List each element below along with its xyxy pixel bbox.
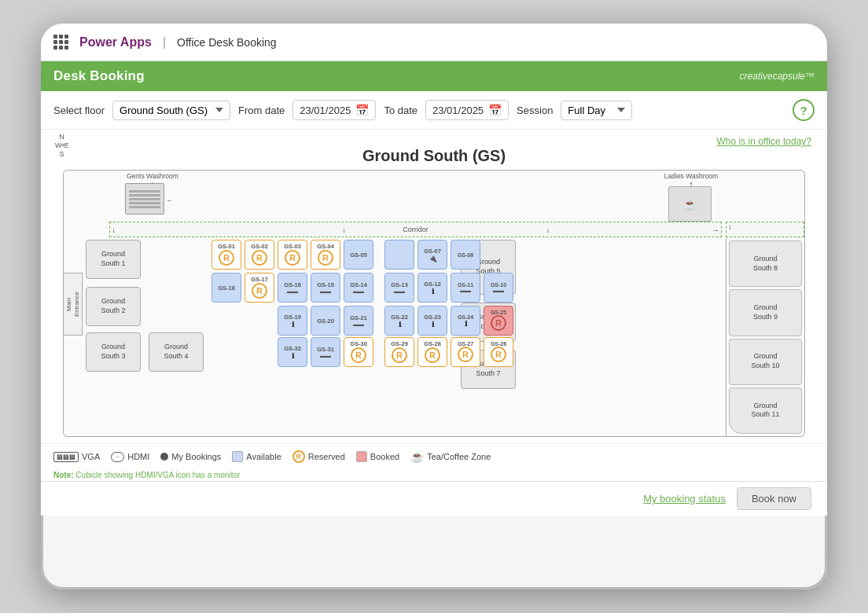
app-title: Desk Booking xyxy=(53,68,145,84)
legend: ▤▤▤ VGA ⏤ HDMI My Bookings Available R R… xyxy=(41,443,827,469)
reserved-circle: R xyxy=(292,450,305,463)
legend-tea: ☕ Tea/Coffee Zone xyxy=(410,450,491,463)
floor-plan-area: Who is in office today? NW+ES Ground Sou… xyxy=(41,130,827,443)
tea-icon: ☕ xyxy=(410,450,424,463)
desk-gs27[interactable]: GS-27 R xyxy=(451,337,480,367)
bottom-bar: My booking status Book now xyxy=(41,481,827,516)
desk-gs01[interactable]: GS-01 R xyxy=(211,240,241,270)
room-gs2: GroundSouth 2 xyxy=(86,287,141,326)
top-bar: Power Apps | Office Desk Booking xyxy=(41,24,827,61)
desk-gs10[interactable]: GS-10 ▬▬ xyxy=(484,273,513,303)
session-select[interactable]: Full Day Morning Afternoon xyxy=(561,101,632,120)
booked-box xyxy=(356,451,367,462)
controls-bar: Select floor Ground South (GS) From date… xyxy=(41,91,827,130)
to-date-input[interactable]: 23/01/2025 📅 xyxy=(425,100,509,120)
room-gs10: GroundSouth 10 xyxy=(729,339,802,385)
floor-title: Ground South (GS) xyxy=(53,147,815,165)
desk-gs21[interactable]: GS-21 ▬▬ xyxy=(344,306,373,336)
legend-vga: ▤▤▤ VGA xyxy=(53,452,100,462)
floor-label: Select floor xyxy=(53,105,105,116)
reserved-label: Reserved xyxy=(308,452,345,461)
my-booking-status-link[interactable]: My booking status xyxy=(643,493,726,505)
note-label: Note: xyxy=(53,471,74,479)
desk-gs07[interactable]: GS-07 🔌 xyxy=(417,240,447,270)
tablet-frame: Power Apps | Office Desk Booking Desk Bo… xyxy=(41,24,827,589)
legend-note: Note: Cubicle showing HDMI/VGA icon has … xyxy=(41,469,827,481)
desk-gs28[interactable]: GS-28 R xyxy=(417,337,447,367)
desk-gs26[interactable]: GS-26 R xyxy=(484,337,513,367)
desk-gs03[interactable]: GS-03 R xyxy=(278,240,307,270)
desk-gs08[interactable]: GS-08 xyxy=(451,240,480,270)
desk-gs05[interactable]: GS-05 xyxy=(344,240,373,270)
desk-gs14[interactable]: GS-14 ▬▬ xyxy=(344,273,373,303)
note-text: Cubicle showing HDMI/VGA icon has a moni… xyxy=(75,471,240,479)
my-bookings-dot xyxy=(160,453,168,461)
desk-gs17[interactable]: GS-17 R xyxy=(245,273,274,303)
my-bookings-label: My Bookings xyxy=(171,452,221,461)
separator: | xyxy=(163,35,166,50)
tea-label: Tea/Coffee Zone xyxy=(427,452,491,461)
calendar-icon-to: 📅 xyxy=(488,104,502,116)
desk-gs04[interactable]: GS-04 R xyxy=(311,240,340,270)
who-in-office-link[interactable]: Who is in office today? xyxy=(716,136,811,147)
room-gs9: GroundSouth 9 xyxy=(729,289,802,336)
desk-gs13[interactable]: GS-13 ▬▬ xyxy=(384,273,414,303)
desk-gs24[interactable]: GS-24 ℹ xyxy=(451,306,480,336)
grid-icon xyxy=(53,35,68,50)
desk-gs22[interactable]: GS-22 ℹ xyxy=(384,306,414,336)
desk-gs19[interactable]: GS-19 ℹ xyxy=(278,306,307,336)
brand-label: creativecapsule™ xyxy=(740,71,815,82)
gents-washroom-label: Gents Washroom xyxy=(127,172,178,180)
from-date-value: 23/01/2025 xyxy=(300,105,351,116)
to-date-label: To date xyxy=(384,105,417,116)
hdmi-label: HDMI xyxy=(127,452,149,461)
desk-gs31[interactable]: GS-31 ▬▬ xyxy=(311,337,340,367)
vga-icon: ▤▤▤ xyxy=(53,452,79,462)
desk-gs23[interactable]: GS-23 ℹ xyxy=(417,306,447,336)
power-apps-label: Power Apps xyxy=(79,35,152,50)
session-label: Session xyxy=(517,105,553,116)
main-entrance: MainEntrance xyxy=(64,241,83,367)
available-box xyxy=(232,451,243,462)
book-now-button[interactable]: Book now xyxy=(737,487,811,510)
legend-my-bookings: My Bookings xyxy=(160,452,221,461)
corridor: Corridor ↓ ↓ ↓ → xyxy=(109,222,722,237)
desk-gs15[interactable]: GS-15 ▬▬ xyxy=(311,273,340,303)
room-gs8: GroundSouth 8 xyxy=(729,240,802,287)
desk-gs25[interactable]: GS-25 R xyxy=(484,306,513,336)
legend-available: Available xyxy=(232,451,281,462)
to-date-value: 23/01/2025 xyxy=(432,105,484,116)
desk-gs11[interactable]: GS-11 ▬▬ xyxy=(451,273,480,303)
calendar-icon-from: 📅 xyxy=(355,104,369,116)
room-gs11: GroundSouth 11 xyxy=(729,387,802,434)
help-button[interactable]: ? xyxy=(793,99,815,121)
desk-gs02[interactable]: GS-02 R xyxy=(245,240,274,270)
available-label: Available xyxy=(246,452,281,461)
from-date-label: From date xyxy=(238,105,285,116)
ladies-washroom-label: Ladies Washroom xyxy=(664,172,718,180)
from-date-input[interactable]: 23/01/2025 📅 xyxy=(292,100,376,120)
app-header: Desk Booking creativecapsule™ xyxy=(41,61,827,91)
compass: NW+ES xyxy=(55,133,68,158)
desk-gs32[interactable]: GS-32 ℹ xyxy=(278,337,307,367)
legend-hdmi: ⏤ HDMI xyxy=(111,452,149,462)
desk-gs29[interactable]: GS-29 R xyxy=(384,337,414,367)
vga-label: VGA xyxy=(82,452,100,461)
desk-gs16[interactable]: GS-16 ▬▬ xyxy=(278,273,307,303)
legend-reserved: R Reserved xyxy=(292,450,345,463)
room-gs1: GroundSouth 1 xyxy=(86,240,141,279)
floor-select[interactable]: Ground South (GS) xyxy=(112,101,230,120)
desk-gs12[interactable]: GS-12 ℹ xyxy=(417,273,447,303)
booked-label: Booked xyxy=(370,452,399,461)
desk-gs18[interactable]: GS-18 xyxy=(211,273,241,303)
desk-gs06-r[interactable] xyxy=(384,240,414,270)
room-gs4: GroundSouth 4 xyxy=(149,332,204,372)
desk-gs20[interactable]: GS-20 xyxy=(311,306,340,336)
room-gs3: GroundSouth 3 xyxy=(86,332,141,372)
legend-booked: Booked xyxy=(356,451,399,462)
hdmi-icon: ⏤ xyxy=(111,452,124,462)
desk-gs30[interactable]: GS-30 R xyxy=(344,337,373,367)
breadcrumb: Office Desk Booking xyxy=(177,36,277,49)
